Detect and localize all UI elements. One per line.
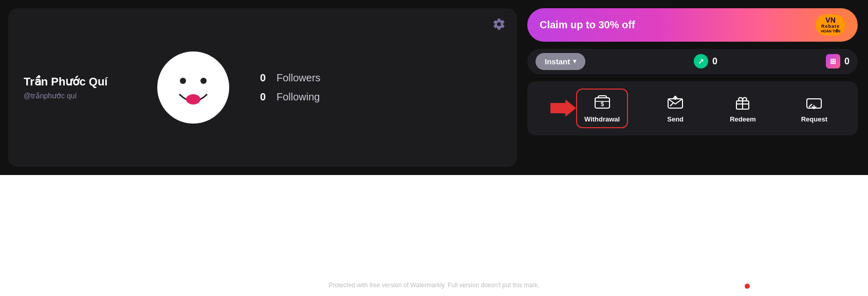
claim-text: Claim up to 30% off [540, 19, 635, 31]
bottom-section: Protected with free version of Watermark… [0, 175, 868, 296]
purple-counter: ⊞ 0 [826, 54, 849, 68]
green-counter-value: 0 [712, 56, 717, 67]
stats-area: 0 Followers 0 Following [260, 72, 321, 103]
following-label: Following [276, 91, 320, 103]
svg-point-0 [160, 54, 227, 121]
controls-row: Instant ▾ ↗ 0 ⊞ 0 [527, 49, 858, 74]
request-icon [805, 94, 823, 112]
request-button[interactable]: Request [794, 90, 835, 127]
chevron-down-icon: ▾ [573, 58, 576, 65]
profile-handle: @trầnphước quí [24, 92, 126, 100]
badge-rebate: Rebate [821, 24, 840, 29]
send-icon [666, 94, 685, 112]
request-label: Request [801, 115, 827, 123]
watermark-text: Protected with free version of Watermark… [329, 282, 540, 289]
redeem-icon [733, 94, 752, 112]
redeem-button[interactable]: Redeem [723, 90, 763, 127]
following-count: 0 [260, 91, 270, 103]
instant-button[interactable]: Instant ▾ [535, 53, 585, 70]
grid-icon: ⊞ [826, 54, 840, 68]
badge-hoantien: HOÀN TIỀN [821, 29, 840, 33]
svg-line-9 [670, 103, 673, 106]
purple-counter-value: 0 [844, 56, 849, 67]
svg-point-3 [186, 94, 200, 105]
profile-card: Trần Phước Quí @trầnphước quí 0 Follower… [8, 8, 517, 167]
svg-point-1 [180, 78, 186, 84]
withdrawal-icon: $ [593, 94, 612, 112]
svg-line-15 [809, 104, 812, 107]
svg-marker-4 [550, 100, 576, 117]
profile-name: Trần Phước Quí [24, 75, 126, 89]
instant-label: Instant [545, 57, 570, 66]
vn-rebate-badge: VN Rebate HOÀN TIỀN [816, 14, 845, 36]
gear-button[interactable] [492, 18, 506, 33]
withdrawal-button[interactable]: $ Withdrawal [576, 89, 628, 128]
claim-banner[interactable]: Claim up to 30% off VN Rebate HOÀN TIỀN [527, 8, 858, 42]
followers-count: 0 [260, 72, 270, 84]
followers-label: Followers [276, 72, 321, 84]
red-dot [745, 284, 750, 289]
action-buttons-row: $ Withdrawal Send [527, 81, 858, 135]
withdrawal-label: Withdrawal [584, 115, 620, 123]
withdrawal-arrow-wrap: $ Withdrawal [550, 89, 628, 128]
followers-row: 0 Followers [260, 72, 321, 84]
red-arrow-icon [550, 99, 576, 117]
avatar [157, 51, 229, 124]
badge-vn: VN [825, 16, 835, 24]
following-row: 0 Following [260, 91, 321, 103]
svg-text:$: $ [601, 101, 604, 107]
profile-info: Trần Phước Quí @trầnphước quí [24, 75, 126, 100]
trending-up-icon: ↗ [694, 54, 708, 68]
send-button[interactable]: Send [659, 90, 692, 127]
green-counter: ↗ 0 [694, 54, 717, 68]
svg-point-2 [200, 78, 207, 84]
redeem-label: Redeem [730, 115, 756, 123]
right-panel: Claim up to 30% off VN Rebate HOÀN TIỀN … [517, 0, 868, 175]
send-label: Send [667, 115, 684, 123]
